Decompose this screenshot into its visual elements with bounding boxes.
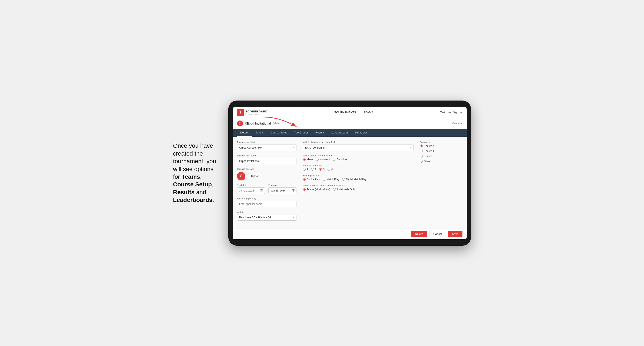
division-label: Which division is the event for? <box>303 141 414 144</box>
right-column: Which division is the event for? NCAA Di… <box>303 141 414 224</box>
tournament-host-label: Tournament Host <box>237 141 296 144</box>
sidebar-description: Once you have created the tournament, yo… <box>173 142 220 204</box>
sub-nav: Details Teams Course Setup Tee Groups Re… <box>232 129 467 137</box>
division-group: Which division is the event for? NCAA Di… <box>303 141 414 151</box>
rounds-1[interactable]: 1 <box>303 168 308 171</box>
tab-results[interactable]: Results <box>312 129 328 137</box>
tournament-logo: C <box>237 121 243 127</box>
rounds-label: Number of rounds <box>303 164 414 167</box>
end-date-label: End date <box>268 184 296 186</box>
tournament-name-group: Tournament name Clippd Invitational <box>237 154 296 164</box>
delete-button[interactable]: Delete <box>411 231 427 237</box>
sponsor-label: Sponsor (optional) <box>237 197 296 200</box>
teams-radio[interactable] <box>303 188 306 191</box>
rounds-3[interactable]: 3 <box>319 168 324 171</box>
tournament-title: C Clippd Invitational (Men) <box>237 121 280 127</box>
logo-upload-area: C Upload <box>237 172 296 180</box>
tab-course-setup[interactable]: Course Setup <box>267 129 291 137</box>
format-other-radio[interactable] <box>420 160 423 163</box>
format-6count5-radio[interactable] <box>420 155 423 158</box>
tab-printables[interactable]: Printables <box>352 129 371 137</box>
tab-tee-groups[interactable]: Tee Groups <box>291 129 312 137</box>
gender-group: Which gender is the event for? Mens Wome… <box>303 154 414 161</box>
scoring-medal-radio[interactable] <box>342 178 345 181</box>
tournament-logo-group: Tournament logo C Upload <box>237 168 296 180</box>
tab-leaderboards[interactable]: Leaderboards <box>328 129 352 137</box>
tournament-type: (Men) <box>273 122 280 125</box>
gender-combined[interactable]: Combined <box>333 158 348 161</box>
tablet-frame: S SCOREBOARD Powered by clippd TOURNAMEN… <box>228 101 471 246</box>
sponsor-group: Sponsor (optional) <box>237 197 296 207</box>
left-column: Tournament Host Clippd College - Men Tou… <box>237 141 296 224</box>
scoring-label: Scoring system <box>303 174 414 177</box>
teams-individuals-label: Is this event for Teams and/or Individua… <box>303 184 414 187</box>
format-6count5[interactable]: 6 count 5 <box>420 155 462 158</box>
scoring-medal[interactable]: Medal Match Play <box>342 178 366 181</box>
start-date-label: Start date <box>237 184 265 186</box>
gender-mens[interactable]: Mens <box>303 158 313 161</box>
teams-radio-group: Teams (+Individuals) Individuals Only <box>303 188 414 191</box>
start-date-icon: 📅 <box>260 189 263 192</box>
teams-individuals-group: Is this event for Teams and/or Individua… <box>303 184 414 191</box>
scoring-match-radio[interactable] <box>323 178 326 181</box>
venue-select[interactable]: Peachtree GC - Atlanta - GA <box>237 214 296 221</box>
division-select[interactable]: NCAA Division III <box>303 145 414 151</box>
nav-tab-teams[interactable]: TEAMS <box>360 109 377 116</box>
gender-combined-radio[interactable] <box>333 158 336 161</box>
format-group: Format type 5 count 4 6 count 4 6 count … <box>420 141 462 163</box>
rounds-3-radio[interactable] <box>319 168 322 171</box>
cancel-button[interactable]: Cancel <box>429 231 446 237</box>
individuals-only-radio[interactable] <box>333 188 336 191</box>
tournament-host-select[interactable]: Clippd College - Men <box>237 145 296 151</box>
tournament-name: Clippd Invitational <box>245 122 271 125</box>
main-nav: TOURNAMENTS TEAMS <box>331 109 377 116</box>
format-5count4[interactable]: 5 count 4 <box>420 145 462 148</box>
format-6count4[interactable]: 6 count 4 <box>420 150 462 153</box>
nav-tab-tournaments[interactable]: TOURNAMENTS <box>331 109 360 116</box>
gender-mens-radio[interactable] <box>303 158 306 161</box>
rounds-1-radio[interactable] <box>303 168 306 171</box>
format-other[interactable]: Other <box>420 160 462 163</box>
rounds-4[interactable]: 4 <box>328 168 333 171</box>
tournament-logo-label: Tournament logo <box>237 168 296 170</box>
upload-button[interactable]: Upload <box>248 173 262 179</box>
scoring-stroke-radio[interactable] <box>303 178 306 181</box>
scoring-stroke[interactable]: Stroke Play <box>303 178 320 181</box>
footer-bar: Delete Cancel Save <box>232 228 467 239</box>
format-label: Format type <box>420 141 462 144</box>
tab-teams[interactable]: Teams <box>252 129 267 137</box>
rounds-2[interactable]: 2 <box>311 168 316 171</box>
end-date-icon: 📅 <box>292 189 295 192</box>
far-right-column: Format type 5 count 4 6 count 4 6 count … <box>420 141 462 224</box>
logo-text: SCOREBOARD <box>246 110 268 113</box>
gender-womens[interactable]: Womens <box>316 158 330 161</box>
teams-plus-individuals[interactable]: Teams (+Individuals) <box>303 188 330 191</box>
rounds-group: Number of rounds 1 2 3 <box>303 164 414 171</box>
gender-label: Which gender is the event for? <box>303 154 414 157</box>
tournament-name-input[interactable]: Clippd Invitational <box>237 158 296 164</box>
rounds-2-radio[interactable] <box>311 168 314 171</box>
app-header: S SCOREBOARD Powered by clippd TOURNAMEN… <box>232 107 467 118</box>
cancel-x-button[interactable]: Cancel X <box>452 122 462 125</box>
gender-radio-group: Mens Womens Combined <box>303 158 414 161</box>
sponsor-input[interactable] <box>237 201 296 207</box>
main-content: Tournament Host Clippd College - Men Tou… <box>232 137 467 228</box>
scoring-radio-group: Stroke Play Match Play Medal Match Play <box>303 178 414 181</box>
format-6count4-radio[interactable] <box>420 150 423 152</box>
gender-womens-radio[interactable] <box>316 158 318 161</box>
date-group: Start date 📅 End date 📅 <box>237 184 296 194</box>
logo-sub: Powered by clippd <box>246 113 268 115</box>
scoring-group: Scoring system Stroke Play Match Play Me… <box>303 174 414 181</box>
save-button[interactable]: Save <box>448 231 462 237</box>
format-5count4-radio[interactable] <box>420 145 423 147</box>
rounds-4-radio[interactable] <box>328 168 330 171</box>
tablet-screen: S SCOREBOARD Powered by clippd TOURNAMEN… <box>232 107 467 239</box>
individuals-only[interactable]: Individuals Only <box>333 188 355 191</box>
user-info[interactable]: Test User | Sign out <box>440 111 462 114</box>
logo-area: S SCOREBOARD Powered by clippd <box>237 109 268 116</box>
tournament-name-label: Tournament name <box>237 154 296 157</box>
tab-details[interactable]: Details <box>237 129 252 137</box>
scoring-match[interactable]: Match Play <box>323 178 339 181</box>
logo-box: S <box>237 109 244 116</box>
venue-label: Venue <box>237 211 296 213</box>
